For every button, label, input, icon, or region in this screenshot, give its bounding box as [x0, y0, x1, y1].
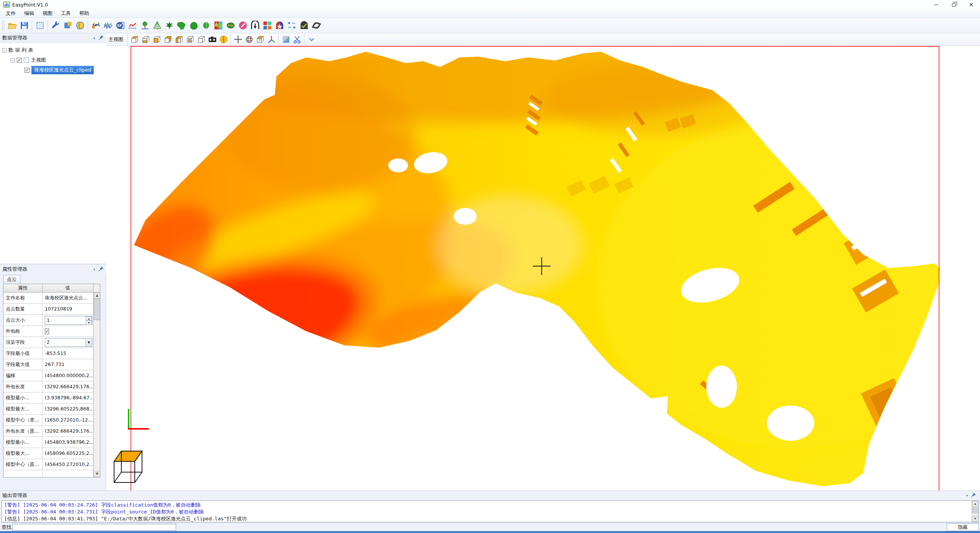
tab-pointcloud[interactable]: 点云: [3, 275, 20, 284]
scatter-points-icon[interactable]: [286, 20, 298, 32]
table-row: 外包框 ✓: [3, 326, 100, 337]
table-row: 外包长度（原...(3292.666429,176...: [3, 426, 100, 437]
render-field-select[interactable]: Z ▼: [45, 338, 92, 347]
scroll-down-icon[interactable]: ▼: [94, 471, 100, 477]
waveform-icon[interactable]: [102, 20, 114, 32]
svg-text:Filter: Filter: [227, 25, 234, 27]
forest-classify-icon[interactable]: [212, 20, 224, 32]
model-star-icon[interactable]: [273, 20, 286, 32]
restore-button[interactable]: [945, 0, 962, 9]
spin-down-icon[interactable]: ▼: [86, 320, 92, 325]
classify-tiles-icon[interactable]: [261, 20, 273, 32]
import-download-icon[interactable]: [249, 20, 261, 32]
tree-view-label: 主视图: [31, 57, 46, 64]
pin-icon[interactable]: [98, 35, 104, 41]
more-chevron-icon[interactable]: [306, 34, 317, 45]
layer-checkbox[interactable]: ✓: [24, 68, 29, 73]
spin-up-icon[interactable]: ▲: [86, 316, 92, 320]
orbit-icon[interactable]: [243, 34, 255, 45]
menu-help[interactable]: 帮助: [75, 9, 93, 18]
colormap-icon[interactable]: [90, 20, 102, 32]
view-top-icon[interactable]: [129, 34, 140, 45]
tree-layer-label[interactable]: 珠海校区激光点云_cliped: [31, 66, 94, 74]
view-checkbox[interactable]: ✓: [17, 58, 22, 63]
scroll-up-icon[interactable]: ▲: [972, 501, 978, 507]
table-row: 文件名称珠海校区激光点云...: [3, 293, 100, 304]
viewport-canvas[interactable]: [106, 46, 980, 490]
profile-line-icon[interactable]: [126, 20, 139, 32]
tree-node-layer[interactable]: ✓ 珠海校区激光点云_cliped: [2, 65, 106, 75]
log-line: [信息] [2025-06-04 00:03:41.793] "E:/Data/…: [4, 515, 976, 522]
sf-smooth-icon[interactable]: SF: [114, 20, 126, 32]
scroll-thumb[interactable]: [972, 508, 978, 513]
view-right-icon[interactable]: [185, 34, 196, 45]
scroll-up-icon[interactable]: ▲: [94, 293, 100, 299]
menu-file[interactable]: 文件: [2, 9, 20, 18]
edit-pencil-icon[interactable]: [237, 20, 249, 32]
view-left-icon[interactable]: [173, 34, 185, 45]
log-output[interactable]: [警告] [2025-06-04 00:03:24.726] 字段classif…: [2, 500, 978, 522]
data-manager-panel: 数据管理器 ‹ - 数 据 列 表 - ✓ 主视图 ✓ 珠海校区激光点云_cli…: [0, 33, 106, 264]
minimize-icon: [934, 5, 938, 5]
axes-icon[interactable]: [266, 34, 277, 45]
settings-wrench-icon[interactable]: [49, 20, 62, 32]
single-tree-icon[interactable]: [139, 20, 151, 32]
table-row: 模型最大...(3296.605225,868....: [3, 404, 100, 415]
close-button[interactable]: ×: [962, 0, 980, 9]
canopy-icon[interactable]: [188, 20, 200, 32]
tree-node-root[interactable]: - 数 据 列 表: [2, 45, 106, 55]
collapse-left-icon[interactable]: ‹: [93, 266, 95, 272]
filter-icon[interactable]: Filter: [224, 20, 237, 32]
viewport-toolbar: 主视图 EDL ?: [106, 33, 980, 46]
log-scrollbar[interactable]: ▲ ▼: [972, 501, 978, 522]
maple-leaf-icon[interactable]: [163, 20, 175, 32]
dropdown-arrow-icon[interactable]: ▼: [85, 338, 92, 347]
menu-view[interactable]: 视图: [38, 9, 57, 18]
table-row: 点云数量107210819: [3, 304, 100, 315]
view-bottom-icon[interactable]: [140, 34, 151, 45]
orbit-globe-icon[interactable]: [310, 20, 322, 32]
menu-tools[interactable]: 工具: [57, 9, 75, 18]
measure-area-icon[interactable]: [280, 34, 291, 45]
leaf-pair-icon[interactable]: [200, 20, 212, 32]
scroll-down-icon[interactable]: ▼: [972, 516, 978, 522]
table-row-clipped: [3, 470, 100, 477]
view-iso-icon[interactable]: [196, 34, 207, 45]
ellipse-select-icon[interactable]: [74, 20, 86, 32]
view-back-icon[interactable]: [162, 34, 173, 45]
minimize-button[interactable]: [927, 0, 945, 9]
canopy-pair-icon[interactable]: [175, 20, 188, 32]
view-front-icon[interactable]: [151, 34, 162, 45]
table-scrollbar[interactable]: ▲ ▼: [93, 293, 100, 477]
expander-icon[interactable]: -: [2, 48, 7, 52]
point-cloud: [106, 46, 980, 490]
tree-node-view[interactable]: - ✓ 主视图: [2, 55, 106, 65]
pin-icon[interactable]: [98, 266, 104, 273]
cube-help-icon[interactable]: ?: [255, 34, 266, 45]
property-table-header: 属性 值: [3, 284, 100, 293]
crosshair-icon[interactable]: [232, 34, 243, 45]
tree-mesh-icon[interactable]: [151, 20, 163, 32]
point-size-spinner[interactable]: 1 ▲▼: [45, 316, 92, 325]
clip-box-icon[interactable]: [62, 20, 74, 32]
snapshot-icon[interactable]: [207, 34, 218, 45]
open-icon[interactable]: [6, 20, 18, 32]
toolbar-grip[interactable]: [2, 20, 4, 31]
collapse-down-icon[interactable]: ‹: [964, 494, 969, 497]
save-icon[interactable]: [18, 20, 30, 32]
scissors-clip-icon[interactable]: [291, 34, 302, 45]
validate-check-icon[interactable]: [298, 20, 310, 32]
scroll-thumb[interactable]: [94, 299, 100, 320]
view-cube[interactable]: [114, 451, 142, 482]
table-row: 偏移(454800.000000,2...: [3, 370, 100, 381]
pin-icon[interactable]: [971, 492, 976, 499]
find-label: 查找: [0, 524, 12, 531]
bbox-checkbox[interactable]: ✓: [45, 329, 49, 334]
hide-button[interactable]: 隐藏: [947, 523, 979, 531]
find-input[interactable]: [12, 524, 176, 531]
collapse-left-icon[interactable]: ‹: [93, 35, 95, 41]
edl-icon[interactable]: EDL: [218, 34, 229, 45]
menu-edit[interactable]: 编辑: [20, 9, 38, 18]
select-region-icon[interactable]: [34, 20, 46, 32]
expander-icon[interactable]: -: [11, 58, 15, 62]
